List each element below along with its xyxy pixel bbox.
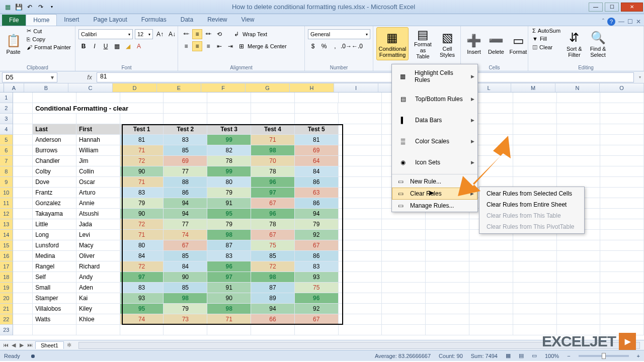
cell[interactable]: Dove	[33, 177, 76, 188]
wrap-text-button[interactable]: Wrap Text	[243, 31, 267, 37]
cell[interactable]: 85	[164, 145, 207, 156]
cell[interactable]	[13, 93, 33, 103]
cell[interactable]	[339, 156, 382, 166]
cell[interactable]: 69	[295, 145, 339, 156]
cell[interactable]: Gonzalez	[33, 198, 76, 209]
cell[interactable]: 72	[251, 261, 295, 272]
cell[interactable]	[382, 325, 426, 335]
cell[interactable]	[469, 261, 513, 272]
cell[interactable]: 67	[295, 314, 339, 325]
name-box[interactable]: D5▾	[2, 72, 57, 82]
cell[interactable]	[426, 314, 469, 325]
cell[interactable]	[513, 240, 557, 251]
dec-decimal-icon[interactable]: ←.0	[352, 41, 362, 51]
cell[interactable]	[13, 188, 33, 198]
cell[interactable]: Rangel	[33, 261, 76, 272]
inc-indent-icon[interactable]: ⇥	[225, 41, 235, 51]
cell[interactable]	[251, 93, 295, 103]
col-header[interactable]: G	[246, 83, 290, 92]
cell[interactable]: 72	[120, 156, 164, 166]
cell[interactable]	[33, 93, 76, 103]
cell[interactable]	[13, 272, 33, 283]
cell[interactable]	[600, 114, 644, 124]
cell[interactable]: Test 3	[207, 124, 251, 135]
cell[interactable]	[600, 177, 644, 188]
cell[interactable]	[339, 293, 382, 304]
cell[interactable]	[513, 156, 557, 166]
cell[interactable]	[339, 272, 382, 283]
cell[interactable]: 67	[251, 198, 295, 209]
col-header[interactable]: A	[4, 83, 24, 92]
row-header[interactable]: 11	[0, 198, 13, 209]
cell[interactable]	[600, 124, 644, 135]
align-center-icon[interactable]: ≡	[192, 41, 202, 51]
row-header[interactable]: 8	[0, 166, 13, 177]
cell[interactable]: Anderson	[33, 135, 76, 145]
manage-rules-item[interactable]: ▭Manage Rules...	[392, 200, 477, 212]
cell[interactable]	[339, 251, 382, 261]
cell[interactable]: 90	[164, 272, 207, 283]
insert-cells-button[interactable]: ➕Insert	[464, 27, 484, 60]
cell[interactable]: 83	[120, 283, 164, 293]
cell[interactable]	[557, 272, 601, 283]
align-bottom-icon[interactable]: ⬵	[203, 29, 213, 39]
cell[interactable]	[557, 261, 601, 272]
cell[interactable]: 71	[120, 177, 164, 188]
cell[interactable]	[557, 156, 601, 166]
inc-decimal-icon[interactable]: .0→	[341, 41, 351, 51]
format-as-table-button[interactable]: ▤ Format as Table	[411, 27, 435, 60]
cell[interactable]	[557, 304, 601, 314]
row-header[interactable]: 20	[0, 293, 13, 304]
cell[interactable]: Frantz	[33, 188, 76, 198]
cell[interactable]	[13, 304, 33, 314]
cell[interactable]	[600, 230, 644, 240]
cell[interactable]	[600, 156, 644, 166]
cell[interactable]	[339, 219, 382, 230]
cell[interactable]	[339, 240, 382, 251]
cut-button[interactable]: ✂Cut	[26, 27, 72, 35]
sort-filter-button[interactable]: ⇵Sort & Filter	[564, 27, 585, 60]
cell[interactable]: 93	[295, 272, 339, 283]
row-header[interactable]: 1	[0, 93, 13, 103]
tab-data[interactable]: Data	[174, 14, 200, 26]
align-right-icon[interactable]: ≡	[203, 41, 213, 51]
cell[interactable]	[557, 293, 601, 304]
cell[interactable]: 93	[120, 293, 164, 304]
cell[interactable]	[382, 293, 426, 304]
cell[interactable]	[513, 145, 557, 156]
cell[interactable]: Villalobos	[33, 304, 76, 314]
cell[interactable]	[513, 114, 557, 124]
cell[interactable]	[13, 240, 33, 251]
row-header[interactable]: 3	[0, 114, 13, 124]
autosum-button[interactable]: ΣAutoSum	[531, 27, 561, 34]
cell[interactable]	[513, 304, 557, 314]
cell[interactable]: 73	[164, 314, 207, 325]
cell[interactable]: Collin	[76, 166, 120, 177]
cell[interactable]: Colby	[33, 166, 76, 177]
help-icon[interactable]: ?	[607, 18, 615, 26]
cell[interactable]	[600, 188, 644, 198]
cell[interactable]: 96	[295, 293, 339, 304]
paste-button[interactable]: 📋 Paste	[3, 27, 24, 60]
cell[interactable]	[600, 209, 644, 219]
cell[interactable]: 63	[295, 188, 339, 198]
cf-menu-item[interactable]: ▒Color Scales▶	[392, 131, 477, 152]
cell[interactable]	[13, 135, 33, 145]
chevron-down-icon[interactable]: ▾	[51, 74, 54, 81]
cell[interactable]	[164, 114, 207, 124]
row-header[interactable]: 23	[0, 325, 13, 335]
cell[interactable]: 72	[120, 261, 164, 272]
cell[interactable]: 86	[295, 251, 339, 261]
cell[interactable]: 70	[251, 156, 295, 166]
cell[interactable]	[382, 240, 426, 251]
macro-record-icon[interactable]: ⏺	[30, 353, 36, 359]
cell[interactable]	[339, 230, 382, 240]
cell[interactable]: 97	[120, 272, 164, 283]
sheet-tab[interactable]: Sheet1	[35, 341, 64, 349]
cell[interactable]: Chandler	[33, 156, 76, 166]
cell[interactable]	[426, 261, 469, 272]
cell[interactable]	[339, 93, 382, 103]
cell[interactable]: Annie	[76, 198, 120, 209]
cell[interactable]: 74	[164, 230, 207, 240]
cell[interactable]: 85	[251, 251, 295, 261]
